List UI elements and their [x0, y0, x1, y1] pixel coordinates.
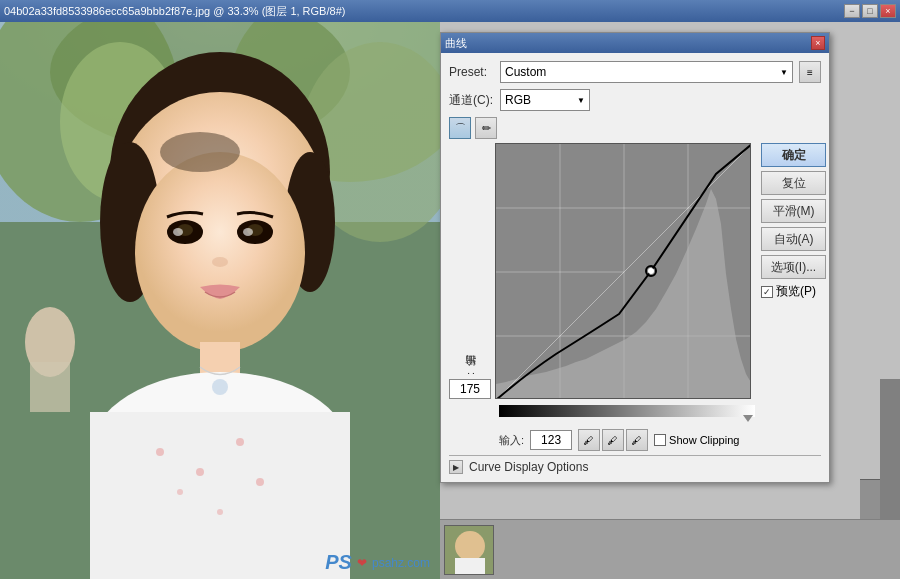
close-button[interactable]: ×	[880, 4, 896, 18]
svg-rect-22	[90, 412, 350, 579]
dialog-title-text: 曲线	[445, 36, 467, 51]
output-value-box[interactable]: 175	[449, 379, 491, 399]
show-clipping-checkbox[interactable]	[654, 434, 666, 446]
svg-rect-7	[30, 362, 70, 412]
canvas-with-label: 输出: 175	[449, 143, 755, 403]
preview-checkbox[interactable]: ✓	[761, 286, 773, 298]
reset-button[interactable]: 复位	[761, 171, 826, 195]
eyedropper-group: 🖋 🖋 🖋	[578, 429, 648, 451]
eyedropper-gray[interactable]: 🖋	[602, 429, 624, 451]
svg-point-23	[212, 379, 228, 395]
curve-draw-tool[interactable]: ✏	[475, 117, 497, 139]
photo-area: PS ❤ psahz.com	[0, 22, 440, 579]
preset-options-button[interactable]: ≡	[799, 61, 821, 83]
photo-background: PS ❤ psahz.com	[0, 22, 440, 579]
channel-dropdown-arrow: ▼	[577, 96, 585, 105]
auto-button[interactable]: 自动(A)	[761, 227, 826, 251]
svg-point-29	[256, 478, 264, 486]
input-label: 输入:	[499, 433, 524, 448]
svg-point-41	[455, 531, 485, 561]
curves-canvas[interactable]	[495, 143, 751, 399]
smooth-button[interactable]: 平滑(M)	[761, 199, 826, 223]
svg-point-25	[196, 468, 204, 476]
svg-point-30	[160, 132, 240, 172]
svg-rect-42	[455, 558, 485, 575]
preset-value: Custom	[505, 65, 546, 79]
curves-dialog: 曲线 × Preset: Custom ▼ ≡ 通道(C):	[440, 32, 830, 483]
right-panel: 曲线 × Preset: Custom ▼ ≡ 通道(C):	[440, 22, 900, 579]
bottom-panel	[440, 519, 900, 579]
svg-point-18	[243, 228, 253, 236]
title-bar: 04b02a33fd8533986ecc65a9bbb2f87e.jpg @ 3…	[0, 0, 900, 22]
eyedropper-black[interactable]: 🖋	[578, 429, 600, 451]
output-label-area: 输出: 175	[449, 143, 491, 403]
ps-watermark: PS ❤ psahz.com	[325, 551, 430, 574]
input-value-box[interactable]: 123	[530, 430, 572, 450]
thumb-svg	[445, 526, 494, 575]
expand-button[interactable]: ▶	[449, 460, 463, 474]
gradient-bar-area	[499, 403, 755, 417]
show-clipping-row: Show Clipping	[654, 434, 739, 446]
tool-row: ⌒ ✏	[449, 117, 821, 139]
channel-label: 通道(C):	[449, 92, 494, 109]
maximize-button[interactable]: □	[862, 4, 878, 18]
svg-point-26	[236, 438, 244, 446]
histogram-svg	[496, 144, 751, 399]
channel-select[interactable]: RGB ▼	[500, 89, 590, 111]
gradient-triangle	[743, 415, 753, 422]
preview-label: 预览(P)	[776, 283, 816, 300]
ps-site: psahz.com	[372, 556, 430, 570]
ok-button[interactable]: 确定	[761, 143, 826, 167]
svg-point-12	[135, 152, 305, 352]
preset-row: Preset: Custom ▼ ≡	[449, 61, 821, 83]
main-area: PS ❤ psahz.com 曲线 × Preset: Cu	[0, 22, 900, 579]
dialog-title-bar: 曲线 ×	[441, 33, 829, 53]
photo-svg	[0, 22, 440, 579]
svg-point-19	[212, 257, 228, 267]
minimize-button[interactable]: −	[844, 4, 860, 18]
title-text: 04b02a33fd8533986ecc65a9bbb2f87e.jpg @ 3…	[4, 4, 345, 19]
svg-point-28	[217, 509, 223, 515]
curve-display-section: ▶ Curve Display Options	[449, 455, 821, 474]
svg-point-27	[177, 489, 183, 495]
thumbnail-preview	[444, 525, 494, 575]
output-label: 输出:	[463, 372, 478, 375]
dialog-body: Preset: Custom ▼ ≡ 通道(C): RGB ▼	[441, 53, 829, 482]
svg-point-24	[156, 448, 164, 456]
curve-point-tool[interactable]: ⌒	[449, 117, 471, 139]
preset-select[interactable]: Custom ▼	[500, 61, 793, 83]
output-value: 175	[460, 382, 480, 396]
ps-logo: PS	[325, 551, 352, 574]
ps-heart: ❤	[357, 556, 367, 570]
options-button[interactable]: 选项(I)...	[761, 255, 826, 279]
buttons-column: 确定 复位 平滑(M) 自动(A) 选项(I)... ✓ 预览(P)	[761, 143, 826, 451]
curve-display-label: Curve Display Options	[469, 460, 588, 474]
preset-dropdown-arrow: ▼	[780, 68, 788, 77]
show-clipping-label: Show Clipping	[669, 434, 739, 446]
svg-point-39	[648, 268, 654, 274]
input-value: 123	[541, 433, 561, 447]
preset-label: Preset:	[449, 65, 494, 79]
curve-display-header: ▶ Curve Display Options	[449, 460, 821, 474]
title-bar-buttons: − □ ×	[844, 4, 896, 18]
channel-row: 通道(C): RGB ▼	[449, 89, 821, 111]
curves-main-area: 输出: 175	[449, 143, 821, 451]
curves-canvas-col: 输出: 175	[449, 143, 755, 451]
channel-value: RGB	[505, 93, 531, 107]
preview-row: ✓ 预览(P)	[761, 283, 826, 300]
input-row: 输入: 123 🖋 🖋 🖋 Show Clippi	[499, 429, 755, 451]
dialog-close-button[interactable]: ×	[811, 36, 825, 50]
eyedropper-white[interactable]: 🖋	[626, 429, 648, 451]
svg-point-17	[173, 228, 183, 236]
gradient-bar-bottom	[499, 405, 755, 417]
